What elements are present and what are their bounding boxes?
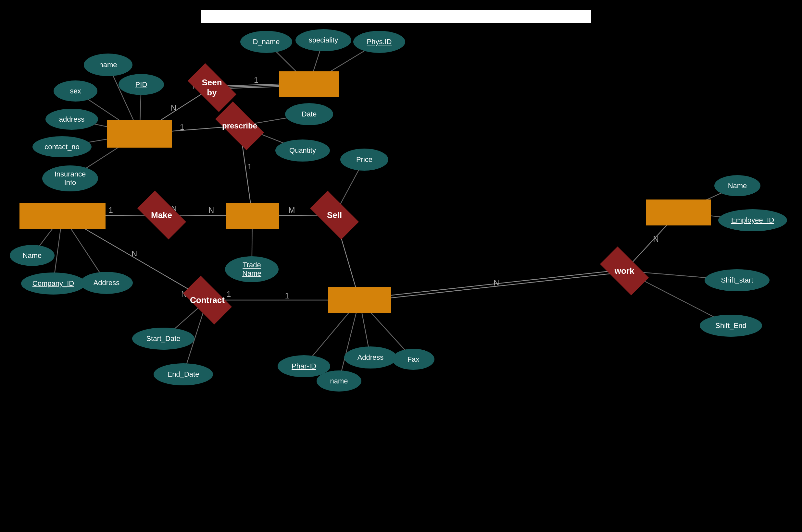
relationship-work: work bbox=[598, 256, 650, 285]
attribute-patient-sex: sex bbox=[54, 80, 97, 101]
svg-text:1: 1 bbox=[180, 122, 184, 131]
svg-text:1: 1 bbox=[109, 206, 113, 214]
svg-line-20 bbox=[360, 270, 624, 299]
svg-text:N: N bbox=[171, 103, 176, 112]
entity-drug-manufacturer bbox=[19, 203, 106, 229]
entity-doctor bbox=[279, 71, 339, 97]
svg-text:1: 1 bbox=[248, 162, 252, 171]
attribute-contract-enddate: End_Date bbox=[153, 363, 213, 385]
attribute-patient-insurance: InsuranceInfo bbox=[42, 166, 98, 191]
svg-text:1: 1 bbox=[254, 76, 258, 84]
attribute-work-shiftend: Shift_End bbox=[700, 315, 762, 337]
attribute-prescribe-date: Date bbox=[285, 103, 333, 125]
attribute-manufacturer-companyid: Company_ID bbox=[21, 272, 86, 294]
relationship-make: Make bbox=[135, 201, 188, 230]
svg-text:N: N bbox=[131, 249, 137, 258]
relationship-sell: Sell bbox=[308, 201, 360, 230]
attribute-manufacturer-address: Address bbox=[80, 272, 133, 294]
relationship-prescribe: prescribe bbox=[211, 110, 269, 142]
attribute-doctor-physid: Phys.ID bbox=[353, 31, 405, 53]
svg-line-19 bbox=[360, 272, 624, 301]
attribute-prescribe-quantity: Quantity bbox=[275, 139, 330, 162]
svg-text:N: N bbox=[494, 278, 499, 287]
attribute-patient-address: address bbox=[45, 109, 98, 130]
attribute-patient-name: name bbox=[84, 54, 132, 76]
attribute-patient-contact: contact_no bbox=[33, 136, 92, 157]
svg-text:N: N bbox=[653, 234, 659, 243]
attribute-pharmacy-address: Address bbox=[344, 346, 397, 368]
relationship-contract: Contract bbox=[177, 284, 237, 316]
entity-patient bbox=[107, 120, 172, 148]
attribute-drug-tradename: TradeName bbox=[225, 256, 278, 282]
entity-employee bbox=[646, 200, 711, 225]
attribute-patient-pid: PID bbox=[119, 74, 164, 95]
svg-text:1: 1 bbox=[285, 291, 289, 300]
attribute-pharmacy-fax: Fax bbox=[392, 349, 434, 370]
attribute-employee-name: Name bbox=[714, 175, 761, 196]
attribute-pharmacy-name: name bbox=[316, 370, 361, 392]
relationship-seen-by: Seenby bbox=[185, 71, 239, 104]
attribute-sell-price: Price bbox=[340, 149, 388, 171]
entity-drug bbox=[226, 203, 279, 229]
attribute-work-shiftstart: Shift_start bbox=[705, 269, 769, 291]
svg-text:M: M bbox=[289, 206, 295, 214]
entity-pharmacy bbox=[328, 287, 391, 313]
er-diagram: N1111NMN1NNN1N111NMNNN1 Seenby prescribe… bbox=[0, 0, 802, 532]
attribute-manufacturer-name: Name bbox=[10, 245, 55, 266]
attribute-employee-id: Employee_ID bbox=[718, 209, 787, 231]
svg-text:N: N bbox=[208, 206, 214, 214]
attribute-doctor-speciality: speciality bbox=[295, 29, 351, 51]
attribute-doctor-dname: D_name bbox=[240, 31, 292, 53]
attribute-contract-startdate: Start_Date bbox=[132, 328, 195, 350]
